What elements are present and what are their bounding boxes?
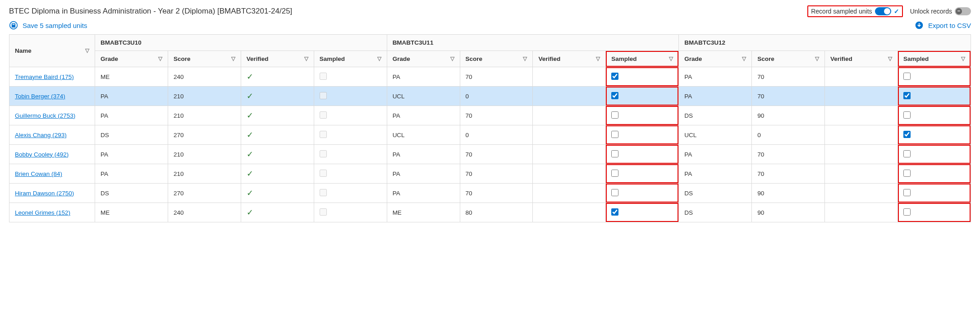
- save-sampled-button[interactable]: Save 5 sampled units: [9, 21, 87, 30]
- student-link[interactable]: Guillermo Buck (2753): [15, 112, 75, 119]
- sampled-checkbox[interactable]: [903, 92, 911, 99]
- verified-cell: ✓: [241, 184, 314, 203]
- verified-cell: [533, 203, 606, 222]
- student-link[interactable]: Tremayne Baird (175): [15, 74, 74, 80]
- sampled-cell: [314, 106, 387, 125]
- col-header-label: Score: [174, 55, 191, 62]
- check-icon: ✓: [247, 72, 253, 81]
- col-header-label: Sampled: [611, 55, 637, 62]
- sampled-checkbox[interactable]: [611, 170, 618, 177]
- grade-cell: PA: [95, 164, 168, 184]
- verified-cell: ✓: [241, 164, 314, 184]
- score-cell: 0: [752, 125, 825, 145]
- sampled-checkbox[interactable]: [903, 170, 911, 177]
- col-header-sampled[interactable]: Sampled▽: [898, 51, 971, 67]
- col-header-grade[interactable]: Grade▽: [679, 51, 752, 67]
- col-header-label: Score: [466, 55, 483, 62]
- sampled-checkbox[interactable]: [611, 92, 618, 99]
- filter-icon[interactable]: ▽: [888, 55, 892, 62]
- sampled-checkbox[interactable]: [611, 111, 618, 119]
- grade-cell: DS: [679, 184, 752, 203]
- sampled-cell: [898, 145, 971, 164]
- sampled-checkbox: [320, 111, 327, 119]
- col-header-sampled[interactable]: Sampled▽: [314, 51, 387, 67]
- sampled-checkbox[interactable]: [903, 208, 911, 216]
- col-header-label: Sampled: [903, 55, 929, 62]
- sampled-checkbox[interactable]: [611, 73, 618, 80]
- filter-icon[interactable]: ▽: [304, 55, 308, 62]
- filter-icon[interactable]: ▽: [815, 55, 819, 62]
- student-name-cell: Tremayne Baird (175): [9, 67, 95, 87]
- sampled-checkbox[interactable]: [611, 208, 618, 216]
- check-icon: ✓: [247, 208, 253, 217]
- sampled-cell: [898, 164, 971, 184]
- filter-icon[interactable]: ▽: [742, 55, 746, 62]
- student-name-cell: Alexis Chang (293): [9, 125, 95, 145]
- sampled-checkbox: [320, 92, 327, 99]
- sampled-checkbox[interactable]: [903, 111, 911, 119]
- col-header-grade[interactable]: Grade▽: [387, 51, 460, 67]
- col-header-score[interactable]: Score▽: [460, 51, 533, 67]
- sampled-checkbox[interactable]: [903, 131, 911, 138]
- record-sampled-toggle-group: Record sampled units ✓: [807, 5, 902, 17]
- student-link[interactable]: Alexis Chang (293): [15, 132, 67, 138]
- filter-icon[interactable]: ▽: [158, 55, 162, 62]
- sampled-checkbox[interactable]: [611, 131, 618, 138]
- sampled-checkbox[interactable]: [611, 189, 618, 196]
- unlock-records-toggle[interactable]: [955, 7, 971, 15]
- score-cell: 210: [168, 106, 241, 125]
- verified-cell: [533, 145, 606, 164]
- student-link[interactable]: Hiram Dawson (2750): [15, 190, 74, 197]
- filter-icon[interactable]: ▽: [231, 55, 235, 62]
- header-controls: Record sampled units ✓ Unlock records: [807, 5, 971, 17]
- filter-icon[interactable]: ▽: [85, 47, 89, 54]
- table-row: Brien Cowan (84)PA210✓PA70PA70: [9, 164, 971, 184]
- student-link[interactable]: Tobin Berger (374): [15, 93, 65, 100]
- verified-cell: [825, 184, 898, 203]
- score-cell: 210: [168, 87, 241, 106]
- unit-group-header: BMABTC3U11: [387, 35, 679, 51]
- sampled-checkbox[interactable]: [611, 150, 618, 157]
- score-cell: 70: [460, 106, 533, 125]
- check-icon: ✓: [247, 130, 253, 139]
- verified-cell: ✓: [241, 145, 314, 164]
- svg-rect-1: [12, 25, 15, 27]
- grade-cell: PA: [387, 67, 460, 87]
- verified-cell: [825, 203, 898, 222]
- verified-cell: ✓: [241, 125, 314, 145]
- filter-icon[interactable]: ▽: [669, 55, 673, 62]
- verified-cell: [533, 106, 606, 125]
- sampled-checkbox: [320, 189, 327, 196]
- filter-icon[interactable]: ▽: [596, 55, 600, 62]
- sampled-cell: [606, 106, 679, 125]
- filter-icon[interactable]: ▽: [961, 55, 965, 62]
- filter-icon[interactable]: ▽: [377, 55, 381, 62]
- col-header-score[interactable]: Score▽: [168, 51, 241, 67]
- col-header-sampled[interactable]: Sampled▽: [606, 51, 679, 67]
- verified-cell: [533, 184, 606, 203]
- grade-cell: DS: [95, 125, 168, 145]
- col-header-score[interactable]: Score▽: [752, 51, 825, 67]
- student-link[interactable]: Leonel Grimes (152): [15, 209, 70, 216]
- export-csv-label: Export to CSV: [928, 22, 971, 29]
- record-sampled-toggle[interactable]: ✓: [875, 7, 891, 15]
- sampled-checkbox[interactable]: [903, 73, 911, 80]
- save-sampled-label: Save 5 sampled units: [23, 22, 87, 29]
- col-header-grade[interactable]: Grade▽: [95, 51, 168, 67]
- col-header-verified[interactable]: Verified▽: [533, 51, 606, 67]
- grade-cell: ME: [387, 203, 460, 222]
- col-header-verified[interactable]: Verified▽: [241, 51, 314, 67]
- sampled-checkbox[interactable]: [903, 150, 911, 157]
- col-header-label: Grade: [684, 55, 702, 62]
- student-name-cell: Brien Cowan (84): [9, 164, 95, 184]
- col-header-name[interactable]: Name ▽: [9, 35, 95, 67]
- sampled-checkbox[interactable]: [903, 189, 911, 196]
- student-link[interactable]: Brien Cowan (84): [15, 170, 62, 177]
- score-cell: 240: [168, 67, 241, 87]
- export-csv-button[interactable]: Export to CSV: [915, 21, 971, 30]
- student-link[interactable]: Bobby Cooley (492): [15, 151, 69, 158]
- filter-icon[interactable]: ▽: [450, 55, 454, 62]
- col-header-verified[interactable]: Verified▽: [825, 51, 898, 67]
- col-header-label: Score: [757, 55, 774, 62]
- filter-icon[interactable]: ▽: [523, 55, 527, 62]
